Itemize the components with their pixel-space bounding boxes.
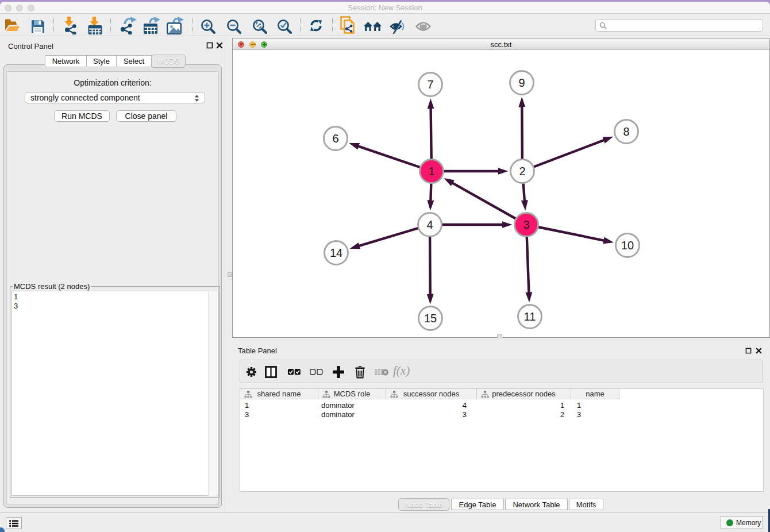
svg-text:4: 4 bbox=[426, 218, 433, 231]
svg-text:14: 14 bbox=[330, 246, 342, 259]
svg-text:11: 11 bbox=[524, 310, 536, 323]
svg-text:9: 9 bbox=[518, 76, 525, 89]
svg-text:2: 2 bbox=[519, 165, 525, 178]
svg-text:1: 1 bbox=[428, 165, 434, 178]
svg-text:8: 8 bbox=[623, 125, 629, 138]
svg-text:6: 6 bbox=[332, 132, 338, 145]
svg-text:10: 10 bbox=[621, 239, 634, 252]
svg-text:15: 15 bbox=[424, 312, 437, 325]
svg-text:3: 3 bbox=[523, 218, 529, 231]
svg-text:7: 7 bbox=[427, 78, 433, 91]
